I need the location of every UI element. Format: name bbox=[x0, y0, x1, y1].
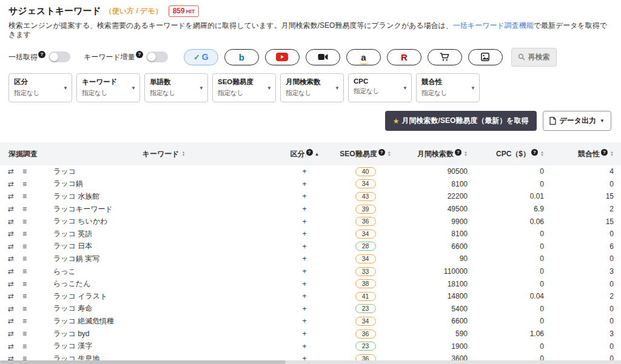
suggest-deep-dive-icon[interactable]: ⇄ bbox=[8, 205, 14, 213]
monthly-search-cell: 8100 bbox=[400, 180, 476, 188]
suggest-deep-dive-icon[interactable]: ⇄ bbox=[8, 193, 14, 200]
menu-icon[interactable]: ≡ bbox=[22, 293, 27, 300]
seo-cell: 41 bbox=[331, 292, 400, 301]
filter-dropdown-区分[interactable]: 区分 指定なし ▼ bbox=[8, 73, 72, 102]
chevron-down-icon: ▼ bbox=[600, 118, 605, 124]
keyword-cell[interactable]: ラッコ ちいかわ bbox=[49, 216, 279, 227]
paren-close: ） bbox=[155, 7, 163, 15]
fetch-latest-button[interactable]: ★ 月間検索数/SEO難易度（最新）を取得 bbox=[385, 111, 537, 131]
keyword-cell[interactable]: ラッコ鍋 実写 bbox=[49, 254, 279, 264]
seo-cell: 40 bbox=[331, 167, 400, 176]
help-icon[interactable]: ? bbox=[38, 51, 45, 58]
keyword-cell[interactable]: らっこたん bbox=[49, 279, 279, 289]
category-cell: + bbox=[279, 217, 331, 226]
col-header-seo-difficulty[interactable]: SEO難易度 ? ▲▼ bbox=[331, 149, 400, 159]
menu-icon[interactable]: ≡ bbox=[22, 305, 27, 313]
usage-links: （使い方 / デモ） bbox=[105, 6, 163, 16]
demo-link[interactable]: デモ bbox=[140, 7, 155, 15]
filter-dropdown-単語数[interactable]: 単語数 指定なし ▼ bbox=[144, 73, 208, 102]
engine-video-button[interactable] bbox=[306, 49, 340, 65]
bulk-survey-link[interactable]: 一括キーワード調査機能 bbox=[453, 21, 534, 30]
menu-icon[interactable]: ≡ bbox=[22, 343, 27, 350]
competition-cell: 0 bbox=[549, 280, 621, 288]
help-icon[interactable]: ? bbox=[601, 149, 608, 156]
col-header-cpc[interactable]: CPC（$） ? ▲▼ bbox=[476, 149, 549, 159]
engine-rakuten-button[interactable]: R bbox=[387, 49, 421, 65]
keyword-cell[interactable]: ラッコ 寿命 bbox=[49, 303, 279, 314]
help-icon[interactable]: ? bbox=[136, 51, 143, 58]
engine-amazon-button[interactable]: a bbox=[346, 49, 381, 65]
col-header-category[interactable]: 区分 ? ▲ bbox=[279, 149, 331, 159]
sort-icon: ▲▼ bbox=[464, 151, 468, 157]
col-header-monthly-search[interactable]: 月間検索数 ? ▲▼ bbox=[400, 149, 476, 159]
suggest-deep-dive-icon[interactable]: ⇄ bbox=[8, 317, 14, 325]
suggest-deep-dive-icon[interactable]: ⇄ bbox=[8, 180, 14, 188]
engine-cart-button[interactable] bbox=[428, 49, 462, 65]
scrollbar-thumb[interactable] bbox=[0, 360, 286, 364]
col-header-keyword[interactable]: キーワード ▲▼ bbox=[49, 149, 279, 159]
research-button[interactable]: 再検索 bbox=[511, 48, 557, 67]
menu-icon[interactable]: ≡ bbox=[22, 317, 27, 325]
suggest-deep-dive-icon[interactable]: ⇄ bbox=[8, 330, 14, 337]
keyword-cell[interactable]: ラッコ 絶滅危惧種 bbox=[49, 316, 279, 326]
filter-dropdown-競合性[interactable]: 競合性 指定なし ▼ bbox=[416, 73, 480, 102]
engine-google-button[interactable]: ✓G bbox=[184, 49, 218, 65]
suggest-deep-dive-icon[interactable]: ⇄ bbox=[8, 255, 14, 262]
menu-icon[interactable]: ≡ bbox=[22, 243, 27, 250]
filter-dropdown-CPC[interactable]: CPC 指定なし ▼ bbox=[348, 73, 412, 102]
keyword-cell[interactable]: ラッコキーワード bbox=[49, 204, 279, 214]
suggest-deep-dive-icon[interactable]: ⇄ bbox=[8, 293, 14, 300]
keyword-cell[interactable]: ラッコ byd bbox=[49, 329, 279, 339]
deep-dive-cell: ⇄ ≡ bbox=[0, 343, 49, 350]
keyword-cell[interactable]: ラッコ 漢字 bbox=[49, 341, 279, 351]
suggest-deep-dive-icon[interactable]: ⇄ bbox=[8, 305, 14, 313]
suggest-deep-dive-icon[interactable]: ⇄ bbox=[8, 230, 14, 237]
deep-dive-cell: ⇄ ≡ bbox=[0, 293, 49, 300]
table-row: ⇄ ≡ ラッコ + 40 90500 0 4 bbox=[0, 165, 621, 178]
suggest-deep-dive-icon[interactable]: ⇄ bbox=[8, 243, 14, 250]
help-icon[interactable]: ? bbox=[455, 149, 462, 156]
menu-icon[interactable]: ≡ bbox=[22, 280, 27, 288]
filter-value: 指定なし bbox=[14, 89, 61, 98]
keyword-table: 深掘調査 キーワード ▲▼ 区分 ? ▲ SEO難易度 ? ▲▼ 月間検索数 ?… bbox=[0, 142, 621, 364]
engine-image-button[interactable] bbox=[468, 49, 503, 65]
engine-youtube-button[interactable] bbox=[265, 49, 300, 65]
help-icon[interactable]: ? bbox=[306, 149, 313, 156]
suggest-deep-dive-icon[interactable]: ⇄ bbox=[8, 343, 14, 350]
col-header-competition[interactable]: 競合性 ? ▲▼ bbox=[549, 149, 621, 159]
engine-bing-button[interactable]: b bbox=[224, 49, 259, 65]
keyword-cell[interactable]: ラッコ bbox=[49, 167, 279, 177]
menu-icon[interactable]: ≡ bbox=[22, 268, 27, 275]
menu-icon[interactable]: ≡ bbox=[22, 193, 27, 200]
seo-cell: 38 bbox=[331, 279, 400, 288]
keyword-cell[interactable]: らっこ bbox=[49, 266, 279, 277]
filter-dropdown-キーワード[interactable]: キーワード 指定なし ▼ bbox=[76, 73, 140, 102]
usage-link[interactable]: 使い方 bbox=[112, 7, 134, 15]
keyword-cell[interactable]: ラッコ イラスト bbox=[49, 291, 279, 302]
menu-icon[interactable]: ≡ bbox=[22, 330, 27, 337]
menu-icon[interactable]: ≡ bbox=[22, 180, 27, 188]
filter-value: 指定なし bbox=[421, 89, 468, 98]
suggest-deep-dive-icon[interactable]: ⇄ bbox=[8, 280, 14, 288]
menu-icon[interactable]: ≡ bbox=[22, 255, 27, 262]
menu-icon[interactable]: ≡ bbox=[22, 230, 27, 237]
keyword-cell[interactable]: ラッコ鍋 bbox=[49, 179, 279, 189]
suggest-deep-dive-icon[interactable]: ⇄ bbox=[8, 218, 14, 225]
keyword-cell[interactable]: ラッコ 英語 bbox=[49, 229, 279, 239]
filter-dropdown-SEO難易度[interactable]: SEO難易度 指定なし ▼ bbox=[212, 73, 276, 102]
help-icon[interactable]: ? bbox=[378, 149, 385, 156]
menu-icon[interactable]: ≡ bbox=[22, 218, 27, 225]
keyword-cell[interactable]: ラッコ 水族館 bbox=[49, 191, 279, 202]
keyword-cell[interactable]: ラッコ 日本 bbox=[49, 241, 279, 251]
menu-icon[interactable]: ≡ bbox=[22, 168, 27, 175]
suggest-deep-dive-icon[interactable]: ⇄ bbox=[8, 168, 14, 175]
help-icon[interactable]: ? bbox=[531, 149, 538, 156]
volume-toggle[interactable] bbox=[146, 51, 168, 62]
bulk-toggle[interactable] bbox=[49, 51, 70, 62]
horizontal-scrollbar[interactable] bbox=[0, 360, 621, 364]
suggest-deep-dive-icon[interactable]: ⇄ bbox=[8, 268, 14, 275]
menu-icon[interactable]: ≡ bbox=[22, 205, 27, 213]
data-export-button[interactable]: データ出力 ▼ bbox=[543, 111, 611, 131]
chevron-down-icon: ▼ bbox=[267, 85, 272, 91]
filter-dropdown-月間検索数[interactable]: 月間検索数 指定なし ▼ bbox=[280, 73, 344, 102]
